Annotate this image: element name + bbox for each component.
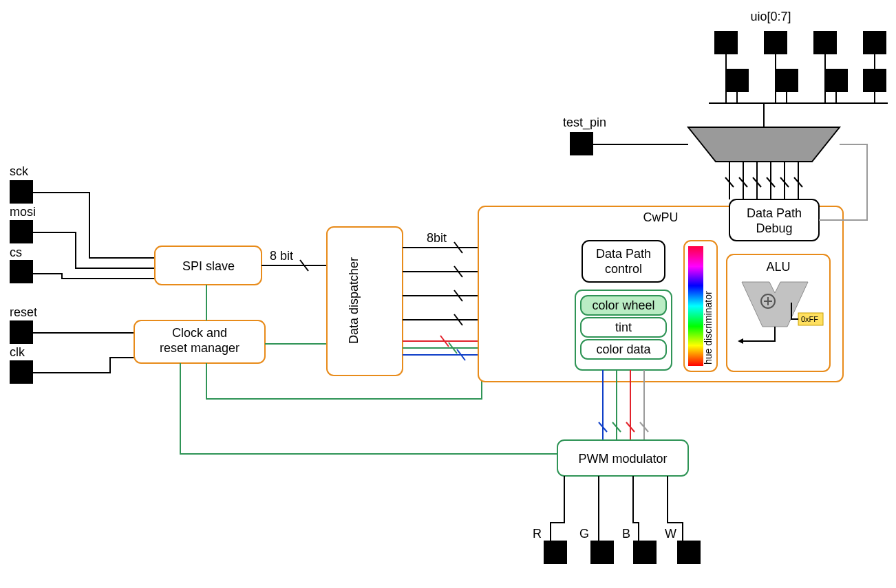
cwpu-label: CwPU xyxy=(643,210,678,224)
sck-label: sck xyxy=(10,164,29,178)
uio-pad-2 xyxy=(764,31,787,54)
clk-label: clk xyxy=(10,345,25,359)
sck-pad xyxy=(10,180,33,204)
cs-wire xyxy=(33,274,155,279)
out-g-pad xyxy=(590,541,614,564)
mosi-pad xyxy=(10,220,33,243)
data-path-debug-l1: Data Path xyxy=(747,206,802,220)
data-dispatcher-block xyxy=(327,227,403,375)
test-pin-label: test_pin xyxy=(563,116,606,130)
block-diagram: sck mosi cs reset clk SPI slave Clock an… xyxy=(0,0,896,588)
pwm-label: PWM modulator xyxy=(578,452,667,466)
uio-pad-4 xyxy=(813,31,837,54)
alu-const-label: 0xFF xyxy=(801,315,818,323)
mosi-label: mosi xyxy=(10,205,36,219)
pwm-b-wire xyxy=(633,476,639,541)
clock-reset-label-l2: reset manager xyxy=(160,341,239,355)
uio-label: uio[0:7] xyxy=(750,10,791,23)
mux-icon xyxy=(688,127,840,162)
out-w-pad xyxy=(677,541,701,564)
out-b-pad xyxy=(633,541,657,564)
cs-label: cs xyxy=(10,246,22,259)
color-wheel-label: color wheel xyxy=(592,298,654,312)
spi-bus-label: 8 bit xyxy=(270,249,293,263)
cs-pad xyxy=(10,260,33,283)
data-path-control-l2: control xyxy=(605,262,642,276)
data-path-control-l1: Data Path xyxy=(596,247,651,261)
uio-pad-1 xyxy=(725,69,749,92)
out-g-label: G xyxy=(579,527,589,541)
color-data-label: color data xyxy=(596,342,651,356)
tint-label: tint xyxy=(615,320,632,334)
uio-pad-0 xyxy=(714,31,738,54)
mosi-wire xyxy=(33,232,155,268)
hue-gradient-icon xyxy=(688,246,703,366)
alu-label: ALU xyxy=(766,260,790,274)
clk-wire xyxy=(33,358,134,373)
out-w-label: W xyxy=(665,527,676,541)
data-dispatcher-label: Data dispatcher xyxy=(347,257,361,344)
test-pin-pad xyxy=(570,132,593,155)
reset-label: reset xyxy=(10,305,37,319)
out-r-pad xyxy=(544,541,567,564)
hue-discriminator-label: hue discriminator xyxy=(703,291,714,364)
data-path-debug-l2: Debug xyxy=(756,221,792,235)
clock-reset-label-l1: Clock and xyxy=(172,326,227,340)
mux-debug-wires xyxy=(729,162,798,199)
sck-wire xyxy=(33,193,155,258)
uio-pad-3 xyxy=(775,69,798,92)
uio-pad-6 xyxy=(863,31,886,54)
out-b-label: B xyxy=(622,527,630,541)
pwm-r-wire xyxy=(551,476,564,541)
reset-pad xyxy=(10,320,33,344)
out-r-label: R xyxy=(533,527,542,541)
clk-pad xyxy=(10,360,33,384)
dispatch-bus-label: 8bit xyxy=(427,231,447,245)
spi-slave-label: SPI slave xyxy=(182,259,235,273)
mux-debug-ticks xyxy=(725,177,802,187)
uio-pad-5 xyxy=(824,69,848,92)
